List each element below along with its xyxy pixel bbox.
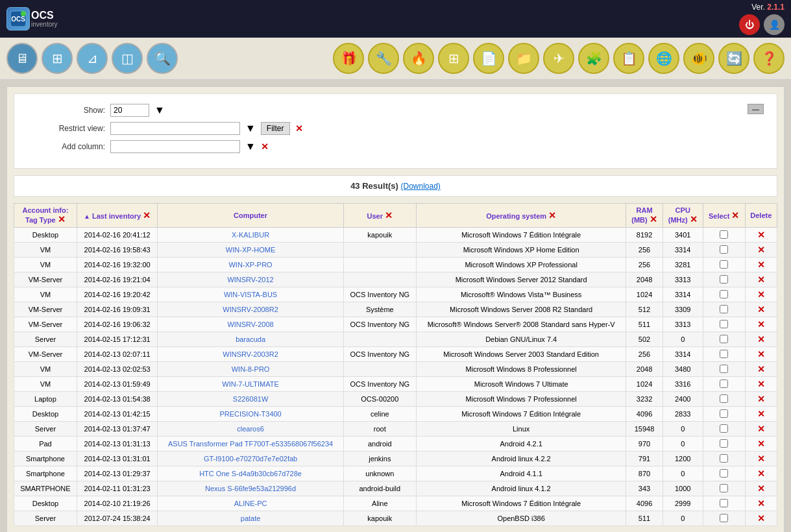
delete-button[interactable]: ✕ bbox=[757, 230, 765, 240]
delete-button[interactable]: ✕ bbox=[757, 319, 765, 330]
row-checkbox[interactable] bbox=[720, 305, 728, 313]
cell-select[interactable] bbox=[703, 496, 745, 511]
collapse-button[interactable]: — bbox=[748, 104, 764, 114]
filter-clear-button[interactable]: ✕ bbox=[295, 123, 303, 134]
restrict-dropdown-icon[interactable]: ▼ bbox=[245, 123, 256, 134]
cell-computer[interactable]: baracuda bbox=[158, 332, 343, 347]
globe-nav-btn[interactable]: 🌐 bbox=[648, 43, 679, 74]
row-checkbox[interactable] bbox=[720, 350, 728, 358]
row-checkbox[interactable] bbox=[720, 394, 728, 403]
delete-button[interactable]: ✕ bbox=[757, 334, 765, 345]
cell-select[interactable] bbox=[703, 377, 745, 392]
search-nav-btn[interactable]: 🔍 bbox=[147, 43, 178, 74]
cell-computer[interactable]: WIN-XP-HOME bbox=[158, 243, 343, 258]
cell-computer[interactable]: WIN-VISTA-BUS bbox=[158, 287, 343, 302]
cell-computer[interactable]: X-KALIBUR bbox=[158, 228, 343, 243]
cell-select[interactable] bbox=[703, 511, 745, 526]
row-checkbox[interactable] bbox=[720, 260, 728, 269]
plane-nav-btn[interactable]: ✈ bbox=[543, 43, 574, 74]
power-button[interactable]: ⏻ bbox=[739, 14, 760, 35]
firewall-nav-btn[interactable]: 🔥 bbox=[403, 43, 434, 74]
wrench-nav-btn[interactable]: 🔧 bbox=[368, 43, 399, 74]
row-checkbox[interactable] bbox=[720, 380, 728, 388]
cell-computer[interactable]: WIN-XP-PRO bbox=[158, 258, 343, 272]
contract-nav-btn[interactable]: 📋 bbox=[613, 43, 644, 74]
cell-select[interactable] bbox=[703, 347, 745, 362]
cell-select[interactable] bbox=[703, 302, 745, 317]
fish-nav-btn[interactable]: 🐠 bbox=[683, 43, 714, 74]
cell-delete[interactable]: ✕ bbox=[745, 302, 777, 317]
cell-select[interactable] bbox=[703, 392, 745, 407]
cell-delete[interactable]: ✕ bbox=[745, 407, 777, 422]
row-checkbox[interactable] bbox=[720, 320, 728, 328]
delete-button[interactable]: ✕ bbox=[757, 498, 765, 509]
cell-delete[interactable]: ✕ bbox=[745, 511, 777, 526]
cell-delete[interactable]: ✕ bbox=[745, 392, 777, 407]
doc-nav-btn[interactable]: 📄 bbox=[473, 43, 504, 74]
cell-computer[interactable]: ALINE-PC bbox=[158, 496, 343, 511]
cell-delete[interactable]: ✕ bbox=[745, 452, 777, 466]
cell-delete[interactable]: ✕ bbox=[745, 258, 777, 272]
show-input[interactable] bbox=[110, 104, 149, 117]
refresh-nav-btn[interactable]: 🔄 bbox=[718, 43, 749, 74]
column-clear-button[interactable]: ✕ bbox=[261, 141, 269, 152]
help-nav-btn[interactable]: ❓ bbox=[753, 43, 785, 74]
all-computers-nav-btn[interactable]: 🖥 bbox=[6, 43, 38, 74]
cell-computer[interactable]: WIN-7-ULTIMATE bbox=[158, 377, 343, 392]
delete-button[interactable]: ✕ bbox=[757, 274, 765, 285]
delete-button[interactable]: ✕ bbox=[757, 513, 765, 524]
cell-select[interactable] bbox=[703, 407, 745, 422]
network-nav-btn[interactable]: ⊞ bbox=[42, 43, 73, 74]
cell-computer[interactable]: patate bbox=[158, 511, 343, 526]
add-column-input[interactable] bbox=[110, 140, 240, 153]
gift-nav-btn[interactable]: 🎁 bbox=[333, 43, 364, 74]
delete-button[interactable]: ✕ bbox=[757, 349, 765, 359]
folder-nav-btn[interactable]: 📁 bbox=[508, 43, 539, 74]
row-checkbox[interactable] bbox=[720, 290, 728, 298]
cell-computer[interactable]: WINSRV-2008R2 bbox=[158, 302, 343, 317]
cell-computer[interactable]: clearos6 bbox=[158, 422, 343, 437]
cell-select[interactable] bbox=[703, 258, 745, 272]
puzzle-nav-btn[interactable]: 🧩 bbox=[578, 43, 609, 74]
col-header-computer[interactable]: Computer bbox=[158, 204, 343, 228]
cell-delete[interactable]: ✕ bbox=[745, 481, 777, 496]
cell-computer[interactable]: PRECISION-T3400 bbox=[158, 407, 343, 422]
col-header-select[interactable]: Select ✕ bbox=[703, 204, 745, 228]
cell-delete[interactable]: ✕ bbox=[745, 287, 777, 302]
cell-delete[interactable]: ✕ bbox=[745, 272, 777, 287]
cell-select[interactable] bbox=[703, 362, 745, 377]
delete-button[interactable]: ✕ bbox=[757, 245, 765, 255]
cell-delete[interactable]: ✕ bbox=[745, 437, 777, 452]
cell-select[interactable] bbox=[703, 317, 745, 332]
cell-computer[interactable]: Nexus S-66fe9e53a212996d bbox=[158, 481, 343, 496]
col-header-ram[interactable]: RAM(MB) ✕ bbox=[626, 204, 663, 228]
cell-delete[interactable]: ✕ bbox=[745, 466, 777, 481]
delete-button[interactable]: ✕ bbox=[757, 379, 765, 389]
groups-nav-btn[interactable]: ◫ bbox=[112, 43, 143, 74]
cell-computer[interactable]: HTC One S-d4a9b30cb67d728e bbox=[158, 466, 343, 481]
cell-computer[interactable]: WINSRV-2008 bbox=[158, 317, 343, 332]
filter-nav-btn[interactable]: ⊿ bbox=[77, 43, 108, 74]
row-checkbox[interactable] bbox=[720, 499, 728, 507]
cell-select[interactable] bbox=[703, 228, 745, 243]
cell-select[interactable] bbox=[703, 481, 745, 496]
cell-select[interactable] bbox=[703, 287, 745, 302]
delete-button[interactable]: ✕ bbox=[757, 394, 765, 404]
delete-button[interactable]: ✕ bbox=[757, 453, 765, 464]
row-checkbox[interactable] bbox=[720, 424, 728, 433]
cell-select[interactable] bbox=[703, 466, 745, 481]
row-checkbox[interactable] bbox=[720, 469, 728, 478]
col-header-cpu[interactable]: CPU(MHz) ✕ bbox=[663, 204, 703, 228]
delete-button[interactable]: ✕ bbox=[757, 260, 765, 270]
cell-delete[interactable]: ✕ bbox=[745, 347, 777, 362]
cell-delete[interactable]: ✕ bbox=[745, 228, 777, 243]
row-checkbox[interactable] bbox=[720, 514, 728, 522]
grid-nav-btn[interactable]: ⊞ bbox=[438, 43, 469, 74]
col-header-os[interactable]: Operating system ✕ bbox=[416, 204, 626, 228]
cell-computer[interactable]: ASUS Transformer Pad TF700T-e533568067f5… bbox=[158, 437, 343, 452]
row-checkbox[interactable] bbox=[720, 365, 728, 373]
cell-delete[interactable]: ✕ bbox=[745, 422, 777, 437]
delete-button[interactable]: ✕ bbox=[757, 409, 765, 419]
col-header-tag[interactable]: Account info:Tag Type ✕ bbox=[14, 204, 77, 228]
delete-button[interactable]: ✕ bbox=[757, 468, 765, 479]
